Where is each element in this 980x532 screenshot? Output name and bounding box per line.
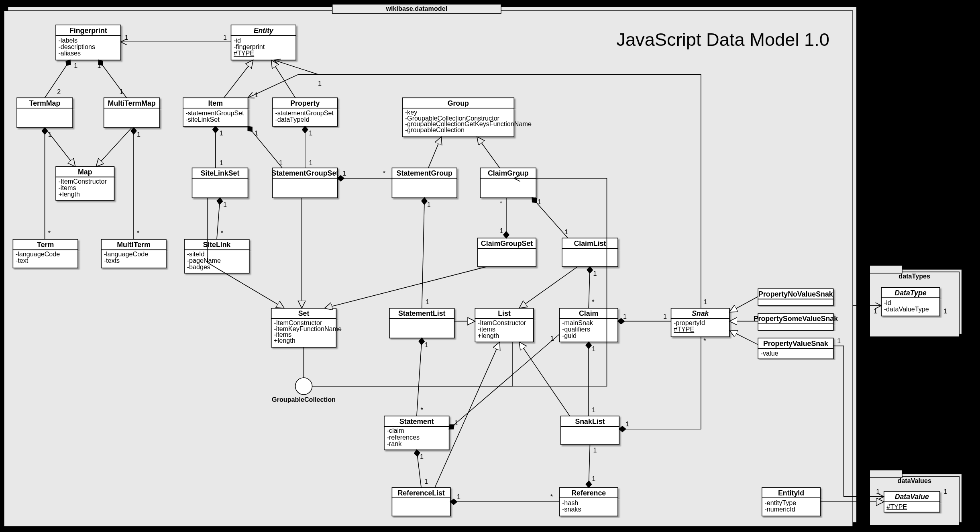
svg-text:1: 1: [943, 488, 947, 495]
svg-text:List: List: [498, 309, 511, 317]
svg-text:1: 1: [625, 420, 629, 428]
class-map: Map -ItemConstructor -items +length: [56, 167, 114, 201]
svg-text:*: *: [383, 170, 386, 177]
svg-text:1: 1: [424, 341, 428, 348]
svg-text:*: *: [703, 337, 706, 344]
svg-text:1: 1: [943, 307, 947, 315]
class-claimgroupset: ClaimGroupSet: [478, 238, 536, 266]
svg-text:Statement: Statement: [399, 417, 434, 426]
class-multiterm: MultiTerm -languageCode -texts: [101, 239, 166, 268]
svg-text:1: 1: [124, 34, 128, 41]
svg-text:Entity: Entity: [254, 27, 274, 35]
svg-text:1: 1: [876, 488, 880, 495]
svg-rect-91: [389, 319, 454, 338]
svg-text:*: *: [500, 200, 503, 207]
class-snak: Snak -propertyId #TYPE: [671, 308, 729, 337]
svg-text:1: 1: [426, 298, 429, 305]
svg-text:1: 1: [593, 446, 597, 454]
svg-rect-130: [392, 498, 450, 516]
class-datatype: DataType -id -dataValueType: [881, 287, 939, 316]
svg-text:Map: Map: [78, 168, 92, 176]
svg-rect-56: [392, 178, 457, 198]
class-sitelinkset: SiteLinkSet: [192, 168, 248, 198]
svg-text:1: 1: [592, 406, 595, 413]
interface-groupablecollection: [295, 378, 312, 395]
svg-text:1: 1: [318, 80, 322, 87]
svg-text:1: 1: [663, 313, 667, 320]
svg-text:1: 1: [500, 227, 503, 234]
svg-text:GroupableCollection: GroupableCollection: [272, 396, 336, 403]
svg-text:1: 1: [427, 201, 431, 208]
class-propertynovaluesnak: PropertyNoValueSnak: [758, 289, 833, 306]
svg-text:Group: Group: [448, 99, 469, 107]
svg-text:1: 1: [703, 298, 707, 305]
svg-text:dataValues: dataValues: [898, 477, 931, 484]
svg-text:1: 1: [48, 131, 52, 138]
class-referencelist: ReferenceList: [392, 487, 450, 516]
class-multitermmap: MultiTermMap: [104, 98, 160, 127]
svg-text:ReferenceList: ReferenceList: [397, 489, 445, 497]
svg-text:1: 1: [219, 159, 223, 166]
svg-text:2: 2: [57, 88, 61, 95]
svg-text:*: *: [137, 229, 140, 237]
svg-text:Property: Property: [290, 99, 320, 107]
svg-text:StatementGroup: StatementGroup: [397, 169, 452, 177]
svg-text:1: 1: [564, 228, 568, 235]
svg-text:1: 1: [309, 129, 312, 137]
svg-text:*: *: [550, 493, 553, 500]
svg-text:1: 1: [74, 62, 77, 69]
svg-rect-111: [758, 299, 833, 305]
svg-text:-dataTypeId: -dataTypeId: [275, 116, 309, 123]
svg-text:PropertyValueSnak: PropertyValueSnak: [763, 340, 828, 348]
svg-text:1: 1: [457, 493, 460, 500]
svg-text:Reference: Reference: [571, 489, 606, 497]
svg-text:dataTypes: dataTypes: [899, 272, 930, 280]
svg-text:ClaimGroupSet: ClaimGroupSet: [481, 239, 533, 248]
svg-text:-dataValueType: -dataValueType: [884, 305, 929, 313]
class-term: Term -languageCode -text: [13, 239, 78, 268]
svg-text:-snaks: -snaks: [562, 505, 581, 513]
svg-text:StatementGroupSet: StatementGroupSet: [271, 169, 338, 177]
svg-text:1: 1: [119, 88, 123, 95]
svg-text:Item: Item: [208, 99, 223, 107]
svg-text:1: 1: [223, 201, 227, 208]
svg-text:ClaimList: ClaimList: [574, 239, 606, 248]
class-item: Item -statementGroupSet -siteLinkSet: [183, 98, 248, 126]
svg-text:*: *: [592, 298, 595, 305]
svg-text:-rank: -rank: [387, 440, 402, 447]
class-statement: Statement -claim -references -rank: [384, 416, 449, 450]
class-reference: Reference -hash -snaks: [559, 487, 617, 516]
svg-text:-text: -text: [16, 257, 29, 264]
svg-text:-badges: -badges: [187, 263, 210, 270]
svg-text:*: *: [221, 229, 224, 237]
svg-text:-groupableCollection: -groupableCollection: [405, 126, 465, 133]
svg-text:1: 1: [97, 62, 101, 69]
class-termmap: TermMap: [17, 98, 73, 127]
svg-text:SiteLink: SiteLink: [203, 241, 230, 249]
svg-text:Snak: Snak: [692, 309, 709, 317]
svg-rect-21: [17, 108, 73, 127]
svg-text:1: 1: [623, 313, 627, 320]
class-property: Property -statementGroupSet -dataTypeId: [273, 98, 338, 126]
svg-text:ClaimGroup: ClaimGroup: [488, 169, 529, 177]
svg-rect-81: [562, 248, 618, 266]
svg-rect-59: [480, 178, 536, 198]
class-claimgroup: ClaimGroup: [480, 168, 536, 198]
class-claim: Claim -mainSnak -qualifiers -guid: [559, 308, 617, 342]
svg-text:Claim: Claim: [579, 309, 598, 317]
svg-text:#TYPE: #TYPE: [886, 503, 907, 510]
class-fingerprint: Fingerprint -labels -descriptions -alias…: [56, 25, 121, 60]
class-entity: Entity -id -fingerprint #TYPE: [231, 25, 296, 60]
class-propertyvaluesnak: PropertyValueSnak -value: [758, 338, 833, 359]
class-statementlist: StatementList: [389, 308, 454, 338]
svg-text:1: 1: [424, 478, 428, 485]
svg-text:+length: +length: [274, 337, 295, 344]
class-snaklist: SnakList: [561, 416, 619, 444]
svg-text:-aliases: -aliases: [58, 49, 81, 57]
svg-text:-texts: -texts: [104, 257, 120, 264]
svg-text:1: 1: [309, 159, 312, 166]
svg-text:TermMap: TermMap: [29, 99, 61, 107]
svg-text:Set: Set: [298, 309, 310, 317]
svg-rect-127: [561, 426, 619, 444]
svg-text:SiteLinkSet: SiteLinkSet: [201, 169, 240, 177]
